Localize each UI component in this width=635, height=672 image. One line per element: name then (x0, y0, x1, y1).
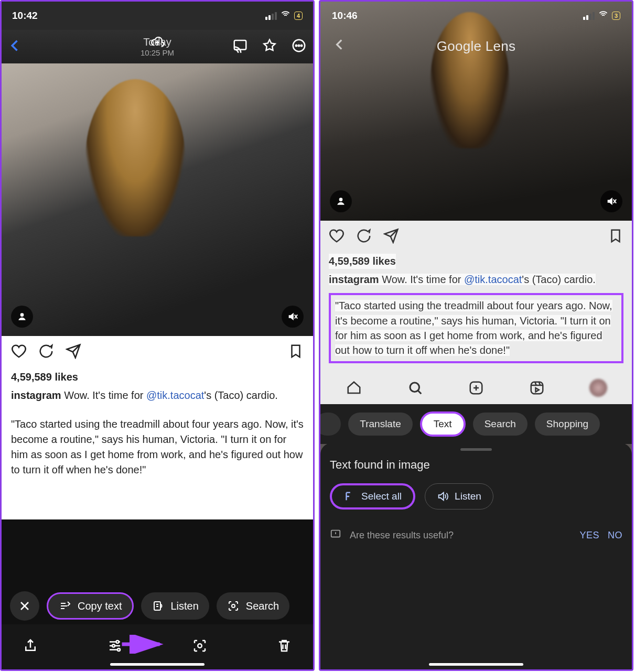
lens-mode-chips: Translate Text Search Shopping (320, 404, 632, 444)
bookmark-icon[interactable] (608, 228, 623, 247)
mute-icon[interactable] (600, 190, 622, 212)
feedback-question: Are these results useful? (350, 530, 454, 541)
post-caption: instagram Wow. It's time for @tik.tacoca… (329, 272, 623, 287)
more-menu-icon[interactable] (291, 38, 307, 56)
battery-indicator: 3 (612, 12, 620, 20)
copy-text-button[interactable]: Copy text (47, 592, 134, 620)
copy-text-label: Copy text (78, 600, 122, 612)
cellular-icon (583, 12, 595, 20)
mention-link[interactable]: @tik.tacocat (146, 389, 204, 401)
svg-point-10 (116, 641, 119, 643)
tune-edit-icon[interactable] (107, 638, 123, 656)
comment-icon[interactable] (356, 228, 372, 247)
photo-preview[interactable] (2, 63, 313, 336)
right-screenshot: 10:46 3 Google Lens (319, 0, 633, 671)
instagram-post-section: 4,59,589 likes instagram Wow. It's time … (320, 221, 632, 373)
selected-text-highlight[interactable]: "Taco started using the treadmill about … (329, 293, 623, 363)
comment-icon[interactable] (38, 343, 54, 363)
svg-point-13 (198, 644, 202, 648)
svg-point-15 (339, 198, 343, 201)
status-icons: 4 (265, 9, 303, 22)
feedback-flag-icon[interactable] (330, 528, 341, 543)
cloud-upload-icon (150, 35, 164, 51)
like-heart-icon[interactable] (329, 228, 345, 247)
chip-text[interactable]: Text (420, 411, 466, 437)
search-button[interactable]: Search (217, 592, 289, 620)
svg-point-9 (232, 604, 235, 608)
share-icon[interactable] (23, 638, 38, 656)
status-icons: 3 (583, 9, 620, 22)
close-lens-button[interactable] (10, 591, 39, 621)
search-tab-icon[interactable] (405, 378, 425, 398)
reels-tab-icon[interactable] (527, 378, 547, 398)
svg-point-12 (117, 648, 120, 651)
chip-shopping[interactable]: Shopping (535, 413, 600, 436)
wifi-icon (598, 9, 608, 22)
home-indicator[interactable] (429, 663, 523, 666)
back-button[interactable] (333, 37, 347, 55)
status-time: 10:46 (332, 10, 358, 21)
wifi-icon (281, 9, 290, 22)
dim-chip[interactable] (320, 413, 341, 436)
listen-button[interactable]: Listen (141, 592, 209, 620)
delete-trash-icon[interactable] (276, 638, 292, 656)
photos-topbar: Today 10:25 PM (2, 30, 313, 63)
status-bar: 10:46 3 (320, 2, 632, 30)
home-indicator[interactable] (110, 663, 205, 666)
chip-translate[interactable]: Translate (348, 413, 413, 436)
listen-button[interactable]: Listen (425, 483, 493, 510)
post-quote: "Taco started using the treadmill about … (11, 417, 304, 478)
svg-point-11 (112, 645, 115, 647)
sheet-grabber[interactable] (460, 448, 492, 451)
likes-count[interactable]: 4,59,589 likes (329, 254, 396, 268)
create-tab-icon[interactable] (466, 378, 486, 398)
svg-point-3 (298, 45, 300, 47)
select-all-label: Select all (361, 491, 402, 502)
feedback-row: Are these results useful? YES NO (330, 528, 622, 543)
mention-link[interactable]: @tik.tacocat (464, 274, 522, 285)
chip-search[interactable]: Search (473, 413, 528, 436)
lens-title: Google Lens (347, 38, 606, 55)
svg-point-18 (410, 383, 419, 392)
cellular-icon (265, 12, 277, 20)
svg-rect-0 (234, 40, 246, 50)
post-caption: instagram Wow. It's time for @tik.tacoca… (11, 388, 304, 478)
instagram-post-section: 4,59,589 likes instagram Wow. It's time … (2, 336, 313, 519)
feedback-yes-button[interactable]: YES (579, 530, 599, 541)
lens-action-row: Copy text Listen Search (2, 588, 313, 624)
account-icon[interactable] (330, 190, 352, 212)
svg-point-2 (296, 45, 297, 47)
post-username[interactable]: instagram (329, 274, 379, 285)
svg-point-5 (20, 313, 24, 317)
status-time: 10:42 (12, 10, 38, 21)
svg-rect-20 (531, 382, 543, 394)
left-screenshot: 10:42 4 Today 10:25 PM (0, 0, 315, 671)
likes-count[interactable]: 4,59,589 likes (11, 370, 304, 385)
select-all-button[interactable]: Select all (330, 483, 415, 510)
instagram-nav-bar (320, 373, 632, 404)
battery-indicator: 4 (294, 12, 303, 20)
share-send-icon[interactable] (383, 228, 399, 247)
lens-icon[interactable] (192, 638, 208, 656)
post-username[interactable]: instagram (11, 389, 61, 401)
listen-label: Listen (455, 491, 481, 502)
cast-icon[interactable] (232, 38, 248, 56)
lens-header: Google Lens (320, 37, 632, 55)
account-icon[interactable] (11, 306, 33, 328)
mute-icon[interactable] (282, 306, 304, 328)
back-button[interactable] (8, 37, 23, 57)
share-send-icon[interactable] (66, 343, 81, 363)
like-heart-icon[interactable] (11, 343, 27, 363)
photo-preview[interactable]: 10:46 3 Google Lens (320, 2, 632, 221)
feedback-no-button[interactable]: NO (608, 530, 622, 541)
search-label: Search (246, 600, 279, 612)
status-bar: 10:42 4 (2, 2, 313, 30)
profile-tab-avatar[interactable] (588, 378, 608, 398)
favorite-star-icon[interactable] (262, 38, 277, 56)
post-quote: "Taco started using the treadmill about … (335, 300, 612, 356)
listen-label: Listen (170, 600, 198, 612)
home-tab-icon[interactable] (344, 378, 364, 398)
bookmark-icon[interactable] (288, 343, 304, 363)
text-results-sheet[interactable]: Text found in image Select all Listen Ar… (320, 443, 632, 669)
svg-point-4 (301, 45, 303, 47)
